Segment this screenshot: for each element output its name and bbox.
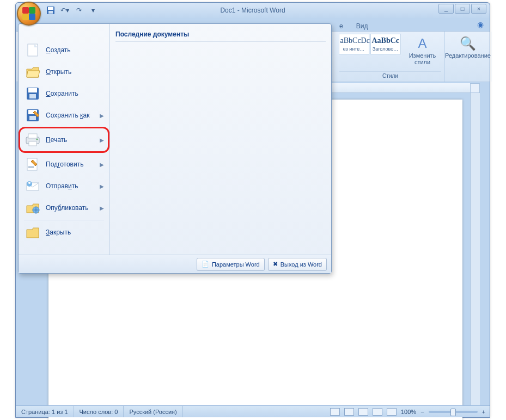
submenu-arrow-icon: ▶ bbox=[100, 205, 104, 211]
menu-item-send[interactable]: Отправить ▶ bbox=[21, 175, 107, 197]
svg-rect-1 bbox=[48, 7, 53, 10]
svg-rect-7 bbox=[29, 94, 36, 98]
svg-rect-12 bbox=[28, 134, 37, 138]
style-tile[interactable]: aBbCcDc ез инте… bbox=[339, 34, 369, 54]
save-icon bbox=[24, 85, 41, 102]
status-language[interactable]: Русский (Россия) bbox=[124, 406, 182, 417]
zoom-in-icon[interactable]: + bbox=[482, 409, 485, 415]
submenu-arrow-icon: ▶ bbox=[100, 183, 104, 189]
submenu-arrow-icon: ▶ bbox=[100, 137, 104, 143]
menu-item-save-as[interactable]: Сохранить как ▶ bbox=[21, 104, 107, 126]
submenu-arrow-icon: ▶ bbox=[100, 113, 104, 119]
zoom-slider[interactable] bbox=[429, 411, 478, 413]
menu-item-prepare[interactable]: Подготовить ▶ bbox=[21, 153, 107, 175]
view-outline-icon[interactable] bbox=[373, 408, 382, 416]
tab-partial[interactable]: е bbox=[337, 21, 345, 31]
prepare-icon bbox=[24, 156, 41, 173]
undo-icon[interactable]: ↶▾ bbox=[59, 5, 70, 16]
view-draft-icon[interactable] bbox=[387, 408, 397, 416]
help-icon[interactable]: ◉ bbox=[475, 20, 485, 30]
menu-item-publish[interactable]: Опубликовать ▶ bbox=[21, 197, 107, 219]
qat-customize-icon[interactable]: ▾ bbox=[88, 5, 99, 16]
svg-rect-16 bbox=[28, 166, 34, 168]
exit-icon: ✖ bbox=[273, 261, 278, 268]
svg-point-19 bbox=[28, 182, 31, 184]
svg-rect-10 bbox=[29, 116, 36, 120]
submenu-arrow-icon: ▶ bbox=[100, 162, 104, 168]
maximize-button[interactable]: □ bbox=[455, 4, 470, 14]
exit-word-button[interactable]: ✖ Выход из Word bbox=[268, 258, 327, 271]
status-bar: Страница: 1 из 1 Число слов: 0 Русский (… bbox=[16, 405, 490, 417]
menu-item-close[interactable]: Закрыть bbox=[21, 221, 107, 243]
office-menu: ССоздатьоздать Открыть Сохранить Сохрани… bbox=[18, 23, 332, 274]
styles-group: aBbCcDc ез инте… AaBbCc Заголово… A Изме… bbox=[336, 32, 445, 82]
menu-item-open[interactable]: Открыть bbox=[21, 61, 107, 83]
change-styles-button[interactable]: A Изменить стили bbox=[403, 34, 442, 65]
recent-documents-panel: Последние документы bbox=[110, 24, 331, 255]
quick-access-toolbar: ↶▾ ↷ ▾ bbox=[45, 5, 99, 16]
print-icon bbox=[24, 131, 41, 149]
office-menu-commands: ССоздатьоздать Открыть Сохранить Сохрани… bbox=[19, 24, 110, 255]
minimize-button[interactable]: _ bbox=[438, 4, 454, 14]
tab-view[interactable]: Вид bbox=[354, 21, 370, 31]
menu-item-print[interactable]: Печать ▶ bbox=[21, 129, 107, 151]
titlebar: ↶▾ ↷ ▾ Doc1 - Microsoft Word _ □ × bbox=[16, 3, 490, 18]
options-icon: 📄 bbox=[202, 261, 209, 268]
vertical-scrollbar[interactable] bbox=[470, 93, 480, 405]
recent-docs-header: Последние документы bbox=[115, 28, 326, 42]
app-window: ↶▾ ↷ ▾ Doc1 - Microsoft Word _ □ × е Вид… bbox=[15, 2, 490, 418]
view-full-screen-icon[interactable] bbox=[344, 408, 354, 416]
find-icon: 🔍 bbox=[460, 36, 476, 51]
view-print-layout-icon[interactable] bbox=[330, 408, 340, 416]
new-doc-icon bbox=[24, 41, 41, 59]
menu-item-save[interactable]: Сохранить bbox=[21, 83, 107, 104]
svg-point-14 bbox=[36, 139, 38, 140]
close-button[interactable]: × bbox=[471, 4, 486, 14]
publish-icon bbox=[24, 199, 41, 217]
svg-rect-13 bbox=[29, 141, 36, 146]
open-icon bbox=[24, 63, 41, 81]
redo-icon[interactable]: ↷ bbox=[74, 5, 84, 16]
window-title: Doc1 - Microsoft Word bbox=[220, 7, 285, 14]
style-tile[interactable]: AaBbCc Заголово… bbox=[370, 34, 401, 54]
menu-item-new[interactable]: ССоздатьоздать bbox=[21, 39, 107, 61]
save-icon[interactable] bbox=[45, 5, 56, 16]
status-page[interactable]: Страница: 1 из 1 bbox=[16, 406, 74, 417]
svg-rect-2 bbox=[48, 11, 53, 14]
editing-button[interactable]: 🔍 Редактирование bbox=[448, 34, 487, 59]
status-words[interactable]: Число слов: 0 bbox=[74, 406, 124, 417]
ruler-toggle-icon[interactable] bbox=[470, 83, 480, 93]
save-as-icon bbox=[24, 107, 41, 124]
close-doc-icon bbox=[24, 224, 41, 241]
send-icon bbox=[24, 177, 41, 195]
zoom-level[interactable]: 100% bbox=[401, 409, 416, 415]
office-button[interactable] bbox=[17, 2, 41, 26]
view-web-icon[interactable] bbox=[358, 408, 368, 416]
word-options-button[interactable]: 📄 Параметры Word bbox=[197, 258, 265, 271]
office-menu-footer: 📄 Параметры Word ✖ Выход из Word bbox=[19, 255, 331, 273]
editing-group: 🔍 Редактирование . bbox=[445, 32, 491, 82]
change-styles-icon: A bbox=[418, 36, 426, 51]
zoom-out-icon[interactable]: − bbox=[420, 409, 424, 415]
svg-rect-6 bbox=[28, 88, 37, 92]
